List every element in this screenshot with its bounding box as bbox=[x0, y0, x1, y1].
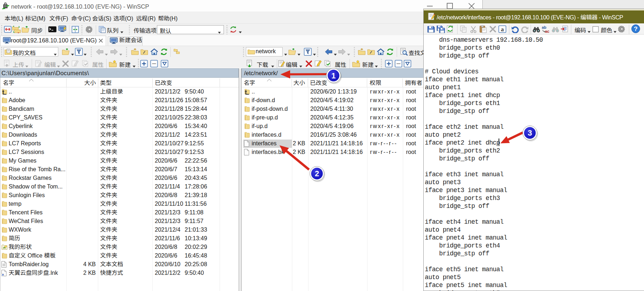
svg-text:?: ? bbox=[634, 26, 638, 32]
svg-text:a: a bbox=[501, 26, 504, 32]
svg-text:ac: ac bbox=[545, 29, 549, 33]
